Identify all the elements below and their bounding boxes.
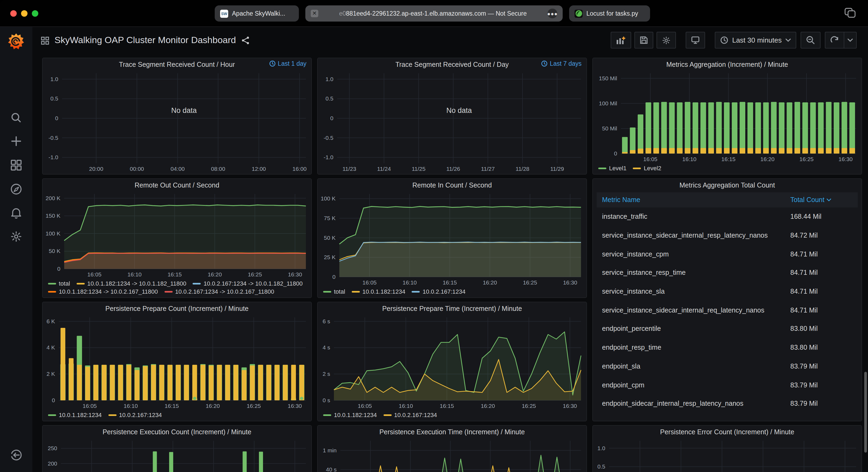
svg-text:16:05: 16:05 — [87, 271, 102, 277]
browser-tab-locust[interactable]: Locust for tasks.py — [569, 5, 650, 22]
alerting-bell-icon[interactable] — [10, 207, 22, 219]
svg-text:6 K: 6 K — [46, 318, 55, 324]
page-title[interactable]: SkyWalking OAP Cluster Monitor Dashboard — [55, 35, 236, 46]
refresh-interval-dropdown[interactable] — [844, 32, 857, 48]
panel-title[interactable]: Persistence Prepare Time (Increment) / M… — [382, 305, 522, 312]
table-row[interactable]: endpoint_resp_time83.80 Mil — [597, 338, 858, 357]
panel-trace-segment-day: Trace Segment Received Count / Day Last … — [317, 58, 587, 175]
configuration-gear-icon[interactable] — [10, 231, 22, 242]
svg-text:100 Mil: 100 Mil — [599, 100, 617, 106]
legend-item[interactable]: Level1 — [598, 165, 627, 171]
panel-title[interactable]: Remote Out Count / Second — [134, 181, 219, 189]
panel-title[interactable]: Persistence Prepare Count (Increment) / … — [105, 305, 249, 312]
legend-item[interactable]: 10.0.2.167:1234 — [108, 412, 162, 418]
table-row[interactable]: endpoint_sla83.79 Mil — [597, 357, 858, 376]
panel-persistence-prepare-time: Persistence Prepare Time (Increment) / M… — [317, 302, 587, 422]
dashboard-header: SkyWalking OAP Cluster Monitor Dashboard… — [32, 27, 868, 54]
legend-color-dash — [76, 282, 85, 284]
grafana-logo[interactable] — [6, 32, 26, 52]
execution-count-chart[interactable]: 250200 — [42, 438, 311, 472]
legend-item[interactable]: 10.0.1.182:1234 — [48, 412, 102, 418]
legend-item[interactable]: total — [48, 280, 70, 286]
table-row[interactable]: endpoint_sidecar_internal_resp_latency_n… — [597, 395, 858, 413]
trace-hour-chart[interactable]: 20:0000:0004:0008:0012:0016:001.00.50-0.… — [42, 71, 311, 174]
legend-item[interactable]: 10.0.1.182:1234 -> 10.0.2.167_11800 — [48, 288, 158, 295]
svg-text:No data: No data — [446, 106, 472, 114]
table-row[interactable]: endpoint_percentile83.80 Mil — [597, 319, 858, 338]
legend-item[interactable]: Level2 — [633, 165, 661, 171]
table-row[interactable]: service_instance_sidecar_internal_req_la… — [597, 301, 858, 319]
legend-color-dash — [48, 414, 56, 416]
legend-item[interactable]: 10.0.2.167:1234 -> 10.0.1.182_11800 — [193, 280, 303, 286]
tab-overview-icon[interactable] — [844, 7, 856, 18]
metrics-table: Metric Name Total Count instance_traffic… — [593, 191, 862, 421]
column-total-count[interactable]: Total Count — [790, 196, 852, 204]
add-panel-button[interactable] — [611, 32, 631, 48]
legend-item[interactable]: 10.0.2.167:1234 — [383, 412, 437, 418]
svg-text:200 K: 200 K — [45, 195, 60, 201]
tab-more-icon[interactable]: ●●● — [548, 9, 557, 18]
panel-title[interactable]: Trace Segment Received Count / Day — [396, 61, 509, 68]
legend-item[interactable]: 10.0.1.182:1234 — [352, 288, 405, 295]
minimize-window-button[interactable] — [21, 10, 28, 17]
panel-title[interactable]: Persistence Execution Time (Increment) /… — [379, 428, 525, 436]
svg-text:16:30: 16:30 — [563, 279, 577, 285]
cycle-view-mode-button[interactable] — [686, 32, 705, 48]
svg-text:-0.5: -0.5 — [49, 135, 58, 141]
legend-item[interactable]: total — [323, 288, 345, 295]
close-tab-icon[interactable]: ✕ — [311, 10, 318, 17]
skywalking-favicon: SW — [220, 9, 228, 18]
trace-day-chart[interactable]: 11/2311/2411/2511/2611/2711/2811/291.00.… — [318, 71, 586, 174]
prepare-time-chart[interactable]: 16:0516:1016:1516:2016:2516:300 s2 s4 s6… — [318, 315, 586, 411]
panel-title[interactable]: Metrics Aggregation (Increment) / Minute — [666, 61, 788, 68]
remote-in-chart[interactable]: 16:0516:1016:1516:2016:2516:30025 K50 K7… — [318, 191, 586, 288]
macos-browser-window: SW Apache SkyWalki... ✕ e0881eed4-229612… — [0, 0, 868, 472]
legend-item[interactable]: 10.0.1.182:1234 -> 10.0.1.182_11800 — [76, 280, 186, 286]
svg-text:16:10: 16:10 — [399, 403, 413, 409]
column-metric-name[interactable]: Metric Name — [602, 196, 790, 204]
time-range-picker[interactable]: Last 30 minutes — [715, 32, 796, 48]
table-row[interactable]: service_instance_cpm84.71 Mil — [597, 245, 858, 264]
create-plus-icon[interactable] — [11, 136, 22, 146]
svg-text:150 K: 150 K — [45, 212, 60, 219]
explore-compass-icon[interactable] — [10, 183, 22, 195]
chart-legend: total10.0.1.182:123410.0.2.167:1234 — [318, 288, 586, 297]
prepare-count-chart[interactable]: 16:0516:1016:1516:2016:2516:3002 K4 K6 K — [42, 315, 311, 411]
share-icon[interactable] — [241, 36, 250, 45]
panel-title[interactable]: Remote In Count / Second — [412, 181, 492, 189]
dashboard-settings-button[interactable] — [656, 32, 676, 48]
remote-out-chart[interactable]: 16:0516:1016:1516:2016:2516:30050 K100 K… — [42, 191, 311, 280]
svg-text:50 K: 50 K — [49, 248, 60, 254]
panel-title[interactable]: Metrics Aggregation Total Count — [679, 181, 775, 189]
maximize-window-button[interactable] — [32, 10, 38, 17]
tab-url: e0881eed4-22961232.ap-east-1.elb.amazona… — [322, 10, 544, 17]
table-row[interactable]: service_instance_resp_time84.71 Mil — [597, 264, 858, 282]
zoom-out-button[interactable] — [801, 32, 820, 48]
table-row[interactable]: service_instance_sla84.71 Mil — [597, 282, 858, 301]
panel-title[interactable]: Trace Segment Received Count / Hour — [119, 61, 235, 68]
table-row[interactable]: service_instance_sidecar_internal_resp_l… — [597, 226, 858, 245]
table-row[interactable]: instance_traffic168.44 Mil — [597, 207, 858, 226]
search-icon[interactable] — [10, 112, 22, 124]
legend-item[interactable]: 10.0.2.167:1234 -> 10.0.2.167_11800 — [164, 288, 274, 295]
save-dashboard-button[interactable] — [634, 32, 653, 48]
panel-title[interactable]: Persistence Execution Count (Increment) … — [102, 428, 251, 436]
page-scrollbar-thumb[interactable] — [864, 372, 867, 452]
svg-text:75 K: 75 K — [324, 215, 336, 221]
legend-label: Level1 — [609, 165, 627, 171]
legend-item[interactable]: 10.0.1.182:1234 — [323, 412, 377, 418]
dashboards-icon[interactable] — [10, 160, 22, 171]
browser-tab-skywalking[interactable]: SW Apache SkyWalki... — [215, 5, 299, 22]
browser-tab-active-grafana[interactable]: ✕ e0881eed4-22961232.ap-east-1.elb.amazo… — [305, 5, 563, 22]
sign-out-icon[interactable] — [10, 449, 22, 461]
metrics-aggregation-chart[interactable]: 16:0516:1016:1516:2016:2516:30050 Mil100… — [593, 71, 862, 164]
panel-title[interactable]: Persistence Error Count (Increment) / Mi… — [660, 428, 794, 436]
error-count-chart[interactable]: 1.00.50-0.5-1.0 — [593, 438, 862, 472]
close-window-button[interactable] — [10, 10, 17, 17]
table-row[interactable]: endpoint_cpm83.79 Mil — [597, 376, 858, 394]
grafana-sidebar: ? — [0, 27, 32, 472]
legend-item[interactable]: 10.0.2.167:1234 — [412, 288, 466, 295]
refresh-button[interactable] — [825, 32, 844, 48]
execution-time-chart[interactable]: 1 min40 s — [318, 438, 586, 472]
svg-text:11/23: 11/23 — [343, 166, 356, 172]
